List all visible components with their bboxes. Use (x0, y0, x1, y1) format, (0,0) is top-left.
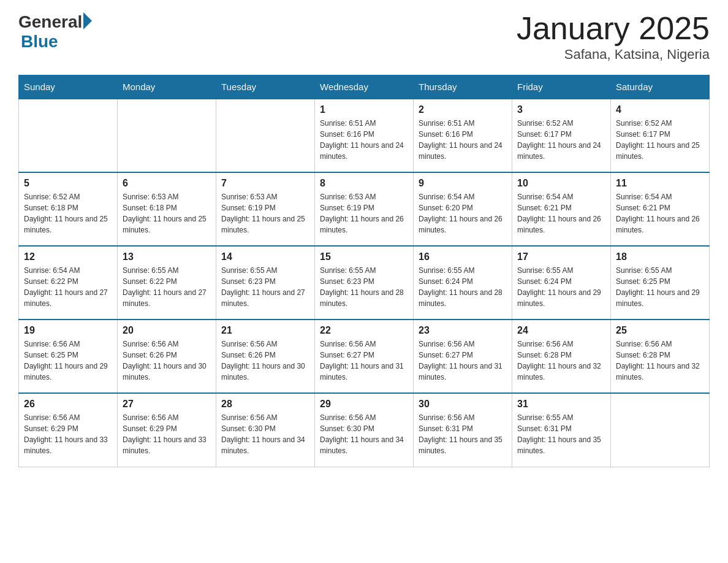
calendar-cell: 15Sunrise: 6:55 AMSunset: 6:23 PMDayligh… (315, 246, 414, 320)
day-info: Sunrise: 6:55 AMSunset: 6:23 PMDaylight:… (320, 265, 408, 309)
day-number: 20 (123, 325, 211, 336)
day-info: Sunrise: 6:56 AMSunset: 6:28 PMDaylight:… (616, 339, 704, 383)
calendar-cell: 8Sunrise: 6:53 AMSunset: 6:19 PMDaylight… (315, 172, 414, 246)
day-info: Sunrise: 6:56 AMSunset: 6:30 PMDaylight:… (320, 412, 408, 456)
calendar-cell: 16Sunrise: 6:55 AMSunset: 6:24 PMDayligh… (414, 246, 512, 320)
day-info: Sunrise: 6:56 AMSunset: 6:27 PMDaylight:… (419, 339, 507, 383)
calendar-cell: 28Sunrise: 6:56 AMSunset: 6:30 PMDayligh… (216, 393, 315, 467)
calendar-cell: 26Sunrise: 6:56 AMSunset: 6:29 PMDayligh… (19, 393, 118, 467)
calendar-cell: 12Sunrise: 6:54 AMSunset: 6:22 PMDayligh… (19, 246, 118, 320)
day-info: Sunrise: 6:51 AMSunset: 6:16 PMDaylight:… (419, 118, 507, 162)
calendar-cell: 20Sunrise: 6:56 AMSunset: 6:26 PMDayligh… (118, 320, 216, 393)
calendar-week-row: 1Sunrise: 6:51 AMSunset: 6:16 PMDaylight… (19, 99, 710, 172)
day-number: 9 (419, 178, 507, 189)
day-info: Sunrise: 6:56 AMSunset: 6:29 PMDaylight:… (123, 412, 211, 456)
day-number: 30 (419, 399, 507, 410)
day-info: Sunrise: 6:55 AMSunset: 6:22 PMDaylight:… (123, 265, 211, 309)
header-tuesday: Tuesday (216, 75, 315, 99)
title-block: January 2025 Safana, Katsina, Nigeria (517, 12, 710, 63)
header-wednesday: Wednesday (315, 75, 414, 99)
calendar-cell (611, 393, 710, 467)
day-info: Sunrise: 6:55 AMSunset: 6:25 PMDaylight:… (616, 265, 704, 309)
day-number: 22 (320, 325, 408, 336)
day-info: Sunrise: 6:53 AMSunset: 6:19 PMDaylight:… (221, 191, 309, 236)
logo-text: General (18, 12, 92, 32)
calendar-cell: 2Sunrise: 6:51 AMSunset: 6:16 PMDaylight… (414, 99, 512, 172)
day-number: 1 (320, 104, 408, 115)
day-info: Sunrise: 6:56 AMSunset: 6:29 PMDaylight:… (24, 412, 112, 456)
calendar-cell: 24Sunrise: 6:56 AMSunset: 6:28 PMDayligh… (512, 320, 611, 393)
day-number: 31 (517, 399, 605, 410)
calendar-cell: 29Sunrise: 6:56 AMSunset: 6:30 PMDayligh… (315, 393, 414, 467)
day-number: 3 (517, 104, 605, 115)
day-info: Sunrise: 6:55 AMSunset: 6:24 PMDaylight:… (517, 265, 605, 309)
calendar-cell: 11Sunrise: 6:54 AMSunset: 6:21 PMDayligh… (611, 172, 710, 246)
calendar-table: SundayMondayTuesdayWednesdayThursdayFrid… (18, 75, 710, 467)
day-info: Sunrise: 6:54 AMSunset: 6:21 PMDaylight:… (616, 191, 704, 236)
header-saturday: Saturday (611, 75, 710, 99)
day-info: Sunrise: 6:56 AMSunset: 6:26 PMDaylight:… (221, 339, 309, 383)
logo: General Blue (18, 12, 92, 52)
calendar-cell: 21Sunrise: 6:56 AMSunset: 6:26 PMDayligh… (216, 320, 315, 393)
day-number: 8 (320, 178, 408, 189)
day-number: 19 (24, 325, 112, 336)
calendar-cell: 18Sunrise: 6:55 AMSunset: 6:25 PMDayligh… (611, 246, 710, 320)
day-number: 25 (616, 325, 704, 336)
day-number: 6 (123, 178, 211, 189)
day-number: 14 (221, 251, 309, 262)
calendar-cell: 10Sunrise: 6:54 AMSunset: 6:21 PMDayligh… (512, 172, 611, 246)
calendar-cell (216, 99, 315, 172)
calendar-cell (118, 99, 216, 172)
day-info: Sunrise: 6:55 AMSunset: 6:31 PMDaylight:… (517, 412, 605, 456)
header-sunday: Sunday (19, 75, 118, 99)
calendar-cell: 9Sunrise: 6:54 AMSunset: 6:20 PMDaylight… (414, 172, 512, 246)
day-number: 11 (616, 178, 704, 189)
calendar-header-row: SundayMondayTuesdayWednesdayThursdayFrid… (19, 75, 710, 99)
calendar-cell: 6Sunrise: 6:53 AMSunset: 6:18 PMDaylight… (118, 172, 216, 246)
calendar-cell (19, 99, 118, 172)
location-text: Safana, Katsina, Nigeria (517, 47, 710, 63)
day-number: 23 (419, 325, 507, 336)
day-number: 16 (419, 251, 507, 262)
day-number: 7 (221, 178, 309, 189)
day-number: 13 (123, 251, 211, 262)
day-number: 15 (320, 251, 408, 262)
calendar-cell: 13Sunrise: 6:55 AMSunset: 6:22 PMDayligh… (118, 246, 216, 320)
logo-blue-text: Blue (21, 32, 58, 52)
calendar-cell: 17Sunrise: 6:55 AMSunset: 6:24 PMDayligh… (512, 246, 611, 320)
day-info: Sunrise: 6:56 AMSunset: 6:27 PMDaylight:… (320, 339, 408, 383)
calendar-week-row: 19Sunrise: 6:56 AMSunset: 6:25 PMDayligh… (19, 320, 710, 393)
day-number: 27 (123, 399, 211, 410)
day-info: Sunrise: 6:55 AMSunset: 6:23 PMDaylight:… (221, 265, 309, 309)
day-number: 24 (517, 325, 605, 336)
day-info: Sunrise: 6:52 AMSunset: 6:17 PMDaylight:… (517, 118, 605, 162)
day-number: 28 (221, 399, 309, 410)
day-number: 10 (517, 178, 605, 189)
logo-general-text: General (18, 12, 82, 32)
calendar-cell: 22Sunrise: 6:56 AMSunset: 6:27 PMDayligh… (315, 320, 414, 393)
calendar-cell: 5Sunrise: 6:52 AMSunset: 6:18 PMDaylight… (19, 172, 118, 246)
calendar-cell: 25Sunrise: 6:56 AMSunset: 6:28 PMDayligh… (611, 320, 710, 393)
day-info: Sunrise: 6:52 AMSunset: 6:17 PMDaylight:… (616, 118, 704, 162)
day-info: Sunrise: 6:56 AMSunset: 6:31 PMDaylight:… (419, 412, 507, 456)
calendar-week-row: 12Sunrise: 6:54 AMSunset: 6:22 PMDayligh… (19, 246, 710, 320)
page-header: General Blue January 2025 Safana, Katsin… (18, 12, 710, 63)
calendar-cell: 31Sunrise: 6:55 AMSunset: 6:31 PMDayligh… (512, 393, 611, 467)
calendar-cell: 19Sunrise: 6:56 AMSunset: 6:25 PMDayligh… (19, 320, 118, 393)
day-info: Sunrise: 6:56 AMSunset: 6:25 PMDaylight:… (24, 339, 112, 383)
day-info: Sunrise: 6:54 AMSunset: 6:20 PMDaylight:… (419, 191, 507, 236)
calendar-cell: 3Sunrise: 6:52 AMSunset: 6:17 PMDaylight… (512, 99, 611, 172)
calendar-week-row: 5Sunrise: 6:52 AMSunset: 6:18 PMDaylight… (19, 172, 710, 246)
calendar-cell: 14Sunrise: 6:55 AMSunset: 6:23 PMDayligh… (216, 246, 315, 320)
day-number: 18 (616, 251, 704, 262)
day-number: 2 (419, 104, 507, 115)
day-info: Sunrise: 6:54 AMSunset: 6:21 PMDaylight:… (517, 191, 605, 236)
calendar-cell: 30Sunrise: 6:56 AMSunset: 6:31 PMDayligh… (414, 393, 512, 467)
calendar-cell: 1Sunrise: 6:51 AMSunset: 6:16 PMDaylight… (315, 99, 414, 172)
day-number: 29 (320, 399, 408, 410)
day-info: Sunrise: 6:52 AMSunset: 6:18 PMDaylight:… (24, 191, 112, 236)
day-info: Sunrise: 6:54 AMSunset: 6:22 PMDaylight:… (24, 265, 112, 309)
header-monday: Monday (118, 75, 216, 99)
day-info: Sunrise: 6:53 AMSunset: 6:19 PMDaylight:… (320, 191, 408, 236)
day-info: Sunrise: 6:56 AMSunset: 6:26 PMDaylight:… (123, 339, 211, 383)
